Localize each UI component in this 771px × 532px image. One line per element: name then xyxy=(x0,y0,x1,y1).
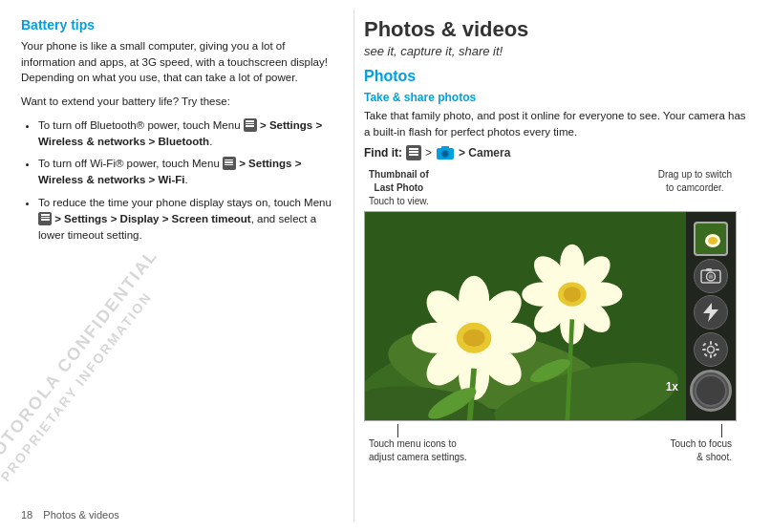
svg-rect-47 xyxy=(716,349,719,351)
bottom-callouts: Touch menu icons to adjust camera settin… xyxy=(364,421,737,464)
svg-point-2 xyxy=(443,152,448,157)
find-it-path: > Camera xyxy=(459,146,510,160)
top-callouts: Thumbnail of Last Photo Touch to view. D… xyxy=(364,168,737,208)
svg-rect-44 xyxy=(710,341,712,345)
battery-tips-list: To turn off Bluetooth® power, touch Menu… xyxy=(21,117,334,245)
tip-bt-pre: To turn off Bluetooth® power, touch Menu xyxy=(38,119,244,131)
camera-scene xyxy=(365,212,736,420)
section-title: Photos & videos xyxy=(364,17,754,42)
menu-icon-findit xyxy=(406,145,421,160)
zoom-label: 1x xyxy=(666,380,678,394)
drag-callout: Drag up to switch to camcorder. xyxy=(658,168,732,208)
menu-icon-disp xyxy=(38,212,52,225)
page-number: 18 Photos & videos xyxy=(21,509,119,521)
tip-wifi-pre: To turn off Wi-Fi® power, touch Menu xyxy=(38,158,223,169)
left-column: Battery tips Your phone is like a small … xyxy=(0,0,353,532)
svg-point-40 xyxy=(709,274,714,279)
drag-line1: Drag up to switch xyxy=(658,169,732,180)
menu-icon-bt xyxy=(244,118,257,132)
photos-body: Take that family photo, and post it onli… xyxy=(364,108,754,139)
flash-button[interactable] xyxy=(694,295,728,330)
thumb-title: Thumbnail of xyxy=(369,169,429,180)
focus-callout-line1: Touch to focus xyxy=(671,438,732,449)
camera-controls-panel xyxy=(686,212,736,420)
right-column: Photos & videos see it, capture it, shar… xyxy=(354,0,771,532)
settings-icon xyxy=(702,341,719,358)
find-it-arrow: > xyxy=(425,146,432,160)
battery-tips-title: Battery tips xyxy=(21,17,334,32)
watermark-line1: MOTOROLA CONFIDENTIAL xyxy=(0,245,162,472)
svg-rect-51 xyxy=(715,343,718,347)
thumbnail-button[interactable] xyxy=(694,222,728,256)
svg-rect-50 xyxy=(704,353,708,357)
svg-marker-42 xyxy=(703,303,718,322)
svg-rect-48 xyxy=(702,343,706,347)
shutter-inner xyxy=(695,374,727,407)
svg-rect-46 xyxy=(702,349,706,351)
tip-display: To reduce the time your phone display st… xyxy=(38,195,334,245)
bottom-right-callout: Touch to focus & shoot. xyxy=(671,424,732,464)
svg-point-37 xyxy=(708,237,717,245)
battery-want: Want to extend your battery life? Try th… xyxy=(21,94,334,110)
thumbnail-preview xyxy=(696,223,728,256)
tip-disp-bold: > Settings > Display > Screen timeout xyxy=(54,213,250,224)
camera-viewfinder[interactable]: 1x xyxy=(364,211,737,421)
focus-callout-line2: & shoot. xyxy=(696,452,732,462)
thumb-sub: Last Photo xyxy=(375,182,424,193)
subsection-heading: Take & share photos xyxy=(364,91,754,104)
svg-point-30 xyxy=(564,287,581,303)
menu-callout-line1: Touch menu icons to xyxy=(369,438,457,449)
thumb-action: Touch to view. xyxy=(369,196,429,206)
section-tagline: see it, capture it, share it! xyxy=(364,44,754,58)
flash-icon xyxy=(703,303,718,322)
tip-bluetooth: To turn off Bluetooth® power, touch Menu… xyxy=(38,117,334,151)
camera-container: Thumbnail of Last Photo Touch to view. D… xyxy=(364,168,737,464)
svg-rect-41 xyxy=(706,268,712,271)
photos-heading: Photos xyxy=(364,68,754,85)
svg-rect-49 xyxy=(713,353,717,357)
drag-line2: to camcorder. xyxy=(666,182,724,193)
battery-intro: Your phone is like a small computer, giv… xyxy=(21,38,334,86)
shutter-button[interactable] xyxy=(690,370,732,412)
thumbnail-callout: Thumbnail of Last Photo Touch to view. xyxy=(369,168,429,208)
camera-icon xyxy=(436,145,455,160)
svg-rect-45 xyxy=(710,354,712,358)
find-it-row: Find it: > > Camera xyxy=(364,145,754,160)
menu-icon-wifi xyxy=(223,157,236,170)
bottom-left-callout: Touch menu icons to adjust camera settin… xyxy=(369,424,467,464)
settings-button[interactable] xyxy=(694,332,728,367)
camera-switch-button[interactable] xyxy=(694,259,728,293)
tip-disp-pre: To reduce the time your phone display st… xyxy=(38,197,332,208)
svg-point-19 xyxy=(463,330,485,347)
find-it-label: Find it: xyxy=(364,146,402,160)
tip-wifi: To turn off Wi-Fi® power, touch Menu > S… xyxy=(38,156,334,189)
watermark-line2: PROPRIETARY INFORMATION xyxy=(0,261,177,484)
menu-callout-line2: adjust camera settings. xyxy=(369,452,467,462)
svg-rect-3 xyxy=(441,146,449,149)
svg-point-43 xyxy=(708,347,715,353)
switch-icon xyxy=(700,267,721,285)
watermark: MOTOROLA CONFIDENTIAL PROPRIETARY INFORM… xyxy=(10,445,282,484)
